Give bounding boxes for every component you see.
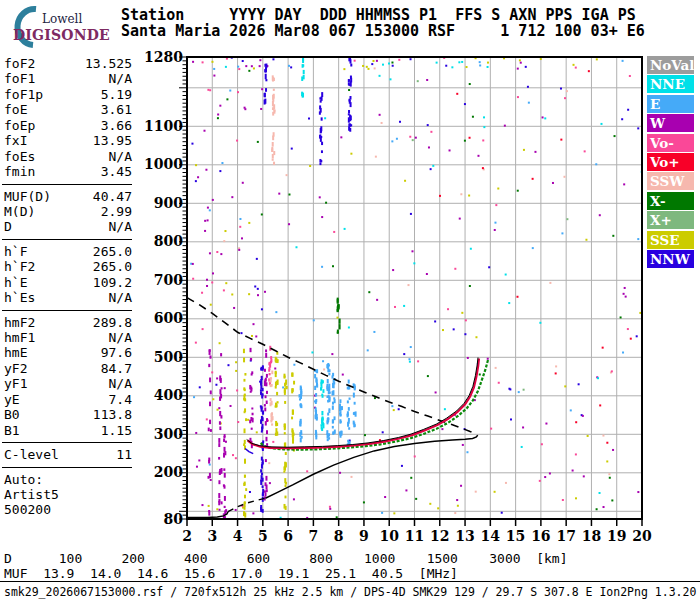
param-label: hmF2 — [4, 315, 35, 330]
legend-item-sse: SSE — [647, 231, 694, 249]
param-row: foF1p5.19 — [4, 87, 132, 102]
param-label: h`Es — [4, 290, 35, 305]
param-value: N/A — [109, 376, 132, 391]
y-tick-label: 1280 — [133, 50, 183, 65]
param-value: 289.8 — [93, 315, 132, 330]
param-row: h`F265.0 — [4, 244, 132, 259]
param-value: 97.6 — [101, 345, 132, 360]
param-value: N/A — [109, 219, 132, 234]
param-label: hmF1 — [4, 330, 35, 345]
muf-table-row: MUF 13.9 14.0 14.6 15.6 17.0 19.1 25.1 4… — [4, 566, 458, 581]
param-label: B0 — [4, 407, 20, 422]
y-tick-label: 80 — [133, 512, 183, 527]
param-value: N/A — [109, 71, 132, 86]
param-label: fxI — [4, 133, 27, 148]
param-value: 3.61 — [101, 102, 132, 117]
param-row: M(D)2.99 — [4, 204, 132, 219]
param-label: M(D) — [4, 204, 35, 219]
param-value: N/A — [109, 149, 132, 164]
param-value: 3.45 — [101, 164, 132, 179]
legend-item-noval: NoVal — [647, 56, 694, 74]
param-label: C-level — [4, 447, 59, 462]
x-tick-label: 20 — [627, 528, 657, 544]
param-label: MUF(D) — [4, 189, 51, 204]
legend-item-nnw: NNW — [647, 250, 694, 268]
param-label: foF2 — [4, 56, 35, 71]
param-value: 109.2 — [93, 275, 132, 290]
param-row: h`E109.2 — [4, 275, 132, 290]
legend-item-x+: X+ — [647, 211, 694, 229]
param-row: h`F2265.0 — [4, 259, 132, 274]
param-value: N/A — [109, 330, 132, 345]
parameter-panel: foF213.525foF1N/AfoF1p5.19foE3.61foEp3.6… — [4, 56, 132, 518]
param-label: B1 — [4, 423, 20, 438]
y-tick-label: 700 — [133, 273, 183, 288]
ionogram-viewer: Lowell DIGISONDE Station YYYY DAY DDD HH… — [0, 0, 700, 600]
header-line2: Santa Maria 2026 Mar08 067 153000 RSF 1 … — [121, 22, 645, 40]
param-row: DN/A — [4, 219, 132, 234]
autoscaling-info: 500200 — [4, 502, 132, 517]
param-row: yE7.4 — [4, 392, 132, 407]
param-row: foEsN/A — [4, 149, 132, 164]
param-value: 113.8 — [93, 407, 132, 422]
section-divider — [2, 239, 132, 240]
param-row: B11.15 — [4, 423, 132, 438]
param-row: hmE97.6 — [4, 345, 132, 360]
header-block: Station YYYY DAY DDD HHMMSS P1 FFS S AXN… — [121, 7, 645, 39]
param-value: 84.7 — [101, 361, 132, 376]
param-value: 265.0 — [93, 244, 132, 259]
param-row: yF1N/A — [4, 376, 132, 391]
param-row: fmin3.45 — [4, 164, 132, 179]
param-row: MUF(D)40.47 — [4, 189, 132, 204]
param-row: C-level11 — [4, 447, 132, 462]
param-label: h`F — [4, 244, 27, 259]
param-label: h`E — [4, 275, 27, 290]
legend-item-vo+: Vo+ — [647, 153, 694, 171]
logo-lowell-text: Lowell — [42, 12, 82, 26]
legend-item-vo-: Vo- — [647, 134, 694, 152]
status-divider: smk29_2026067153000.rsf / 720fx512h 25 k… — [0, 581, 700, 582]
param-label: foEp — [4, 118, 35, 133]
param-value: 265.0 — [93, 259, 132, 274]
param-row: foF1N/A — [4, 71, 132, 86]
param-value: 5.19 — [101, 87, 132, 102]
param-row: foE3.61 — [4, 102, 132, 117]
legend-item-nne: NNE — [647, 75, 694, 93]
y-tick-label: 1000 — [133, 157, 183, 172]
param-value: 7.4 — [109, 392, 132, 407]
section-divider — [2, 184, 132, 185]
param-row: foF213.525 — [4, 56, 132, 71]
logo-digisonde-text: DIGISONDE — [13, 27, 110, 43]
param-label: foEs — [4, 149, 35, 164]
param-value: 3.66 — [101, 118, 132, 133]
legend-item-w: W — [647, 114, 694, 132]
param-value: 13.95 — [93, 133, 132, 148]
param-label: D — [4, 219, 12, 234]
section-divider — [2, 442, 132, 443]
param-label: fmin — [4, 164, 35, 179]
autoscaling-info: Artist5 — [4, 487, 132, 502]
param-value: 11 — [116, 447, 132, 462]
param-value: 1.15 — [101, 423, 132, 438]
y-tick-label: 600 — [133, 311, 183, 326]
legend-item-x-: X- — [647, 192, 694, 210]
y-tick-label: 300 — [133, 427, 183, 442]
param-row: hmF2289.8 — [4, 315, 132, 330]
param-label: foE — [4, 102, 27, 117]
distance-table-row: D 100 200 400 600 800 1000 1500 3000 [km… — [4, 551, 568, 566]
param-row: fxI13.95 — [4, 133, 132, 148]
section-divider — [2, 310, 132, 311]
lowell-digisonde-logo: Lowell DIGISONDE — [6, 4, 118, 52]
y-tick-label: 800 — [133, 234, 183, 249]
param-label: foF1 — [4, 71, 35, 86]
y-tick-label: 400 — [133, 388, 183, 403]
param-label: hmE — [4, 345, 27, 360]
param-row: yF284.7 — [4, 361, 132, 376]
legend-item-ssw: SSW — [647, 172, 694, 190]
param-label: yF1 — [4, 376, 27, 391]
param-value: N/A — [109, 290, 132, 305]
y-tick-label: 500 — [133, 350, 183, 365]
param-label: foF1p — [4, 87, 43, 102]
echo-type-legend: NoValNNEEWVo-Vo+SSWX-X+SSENNW — [647, 56, 694, 269]
param-value: 2.99 — [101, 204, 132, 219]
